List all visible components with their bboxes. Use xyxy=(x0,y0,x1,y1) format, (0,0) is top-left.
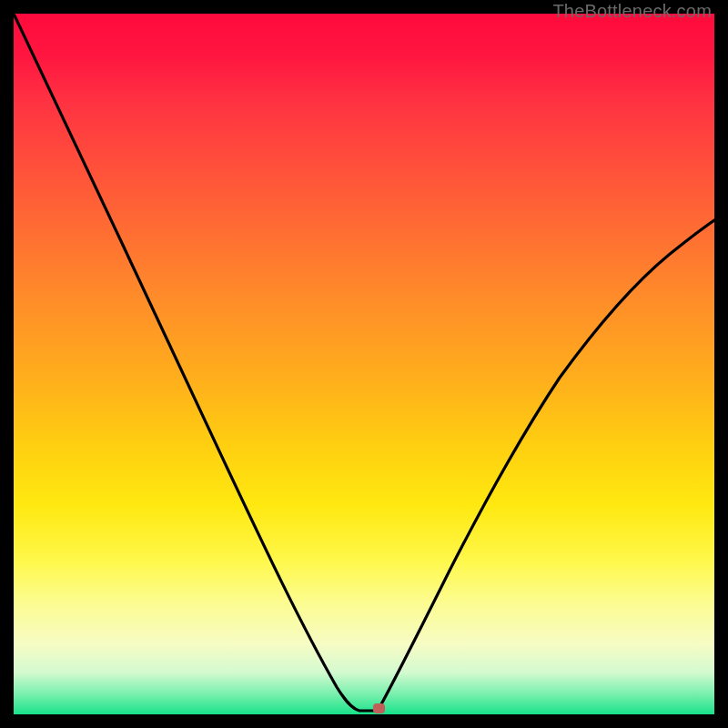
optimum-marker xyxy=(373,703,385,713)
watermark: TheBottleneck.com xyxy=(552,1,712,22)
chart-frame: TheBottleneck.com xyxy=(0,0,728,728)
bottleneck-curve xyxy=(14,14,714,714)
plot-area xyxy=(14,14,714,714)
curve-path xyxy=(14,14,714,711)
